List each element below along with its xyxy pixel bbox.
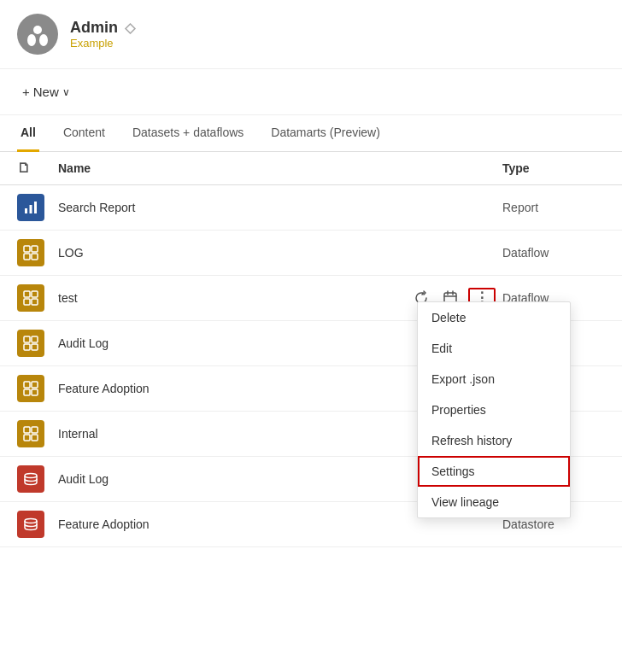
menu-item-properties[interactable]: Properties xyxy=(418,394,570,425)
new-button[interactable]: + New ∨ xyxy=(17,81,75,102)
table-rows: Search Report Report LOG Dataflow test xyxy=(0,185,622,547)
menu-item-view-lineage[interactable]: View lineage xyxy=(418,487,570,517)
table-header: 🗋 Name Type xyxy=(0,152,622,185)
svg-rect-24 xyxy=(32,427,38,433)
col-icon-header: 🗋 xyxy=(17,161,58,176)
dataflow-icon xyxy=(17,284,44,312)
row-icon xyxy=(17,375,58,402)
svg-rect-9 xyxy=(32,254,38,260)
row-icon xyxy=(17,330,58,357)
svg-rect-13 xyxy=(32,299,38,305)
plus-icon: + xyxy=(22,85,30,99)
row-icon xyxy=(17,239,58,266)
diamond-icon: ◇ xyxy=(125,20,135,36)
row-icon xyxy=(17,194,58,221)
svg-rect-12 xyxy=(24,299,30,305)
tab-content[interactable]: Content xyxy=(60,115,109,152)
row-name: LOG xyxy=(58,246,502,260)
col-type-header: Type xyxy=(502,161,605,175)
table-row[interactable]: Search Report Report xyxy=(0,185,622,231)
menu-item-edit[interactable]: Edit xyxy=(418,333,570,364)
dataflow-icon xyxy=(17,420,44,447)
menu-item-settings[interactable]: Settings xyxy=(418,456,570,487)
svg-rect-20 xyxy=(32,382,38,388)
menu-item-refresh-history[interactable]: Refresh history xyxy=(418,425,570,456)
svg-rect-4 xyxy=(30,205,32,213)
tab-all[interactable]: All xyxy=(17,115,39,152)
row-type: Report xyxy=(502,201,605,214)
row-icon xyxy=(17,465,58,493)
dataflow-icon xyxy=(17,239,44,266)
svg-rect-18 xyxy=(32,344,38,350)
svg-rect-6 xyxy=(24,246,30,252)
tab-datasets[interactable]: Datasets + dataflows xyxy=(129,115,247,152)
svg-rect-8 xyxy=(24,254,30,260)
dataflow-icon xyxy=(17,375,44,402)
svg-rect-23 xyxy=(24,427,30,433)
datastore-icon xyxy=(17,465,44,493)
svg-rect-11 xyxy=(32,291,38,297)
header-info: Admin ◇ Example xyxy=(70,19,135,50)
svg-rect-15 xyxy=(24,336,30,342)
svg-rect-7 xyxy=(32,246,38,252)
chevron-down-icon: ∨ xyxy=(62,86,70,98)
svg-point-27 xyxy=(25,474,37,478)
tab-datamarts[interactable]: Datamarts (Preview) xyxy=(267,115,384,152)
svg-point-2 xyxy=(39,34,48,46)
svg-rect-16 xyxy=(32,336,38,342)
header: Admin ◇ Example xyxy=(0,0,622,69)
row-name: test xyxy=(58,291,410,305)
table-row[interactable]: LOG Dataflow xyxy=(0,231,622,276)
svg-rect-10 xyxy=(24,291,30,297)
row-name: Feature Adoption xyxy=(58,517,502,531)
name-header-label: Name xyxy=(58,161,91,175)
svg-rect-25 xyxy=(24,435,30,441)
svg-rect-3 xyxy=(25,208,27,213)
row-type: Dataflow xyxy=(502,246,605,260)
svg-point-28 xyxy=(25,519,37,523)
row-icon xyxy=(17,511,58,538)
svg-rect-26 xyxy=(32,435,38,441)
new-label: New xyxy=(33,85,59,99)
header-title-row: Admin ◇ xyxy=(70,19,135,37)
svg-rect-17 xyxy=(24,344,30,350)
type-header-label: Type xyxy=(502,161,530,175)
report-icon xyxy=(17,194,44,221)
workspace-subtitle[interactable]: Example xyxy=(70,37,135,50)
menu-item-delete[interactable]: Delete xyxy=(418,302,570,333)
svg-point-0 xyxy=(33,26,42,34)
tabs-bar: AllContentDatasets + dataflowsDatamarts … xyxy=(0,115,622,152)
avatar xyxy=(17,14,58,55)
dropdown-menu: DeleteEditExport .jsonPropertiesRefresh … xyxy=(417,301,571,518)
table-container: 🗋 Name Type Search Report Report LOG Dat… xyxy=(0,152,622,547)
row-icon xyxy=(17,284,58,312)
row-name: Search Report xyxy=(58,201,502,214)
menu-item-export-json[interactable]: Export .json xyxy=(418,364,570,394)
page-icon: 🗋 xyxy=(17,161,31,175)
svg-rect-22 xyxy=(32,389,38,395)
workspace-name: Admin xyxy=(70,19,118,37)
row-type: Datastore xyxy=(502,517,605,531)
toolbar: + New ∨ xyxy=(0,69,622,115)
col-name-header: Name xyxy=(58,161,502,175)
dataflow-icon xyxy=(17,330,44,357)
row-icon xyxy=(17,420,58,447)
svg-rect-5 xyxy=(34,202,37,213)
svg-point-1 xyxy=(27,34,36,46)
avatar-icon xyxy=(25,21,50,47)
table-row[interactable]: test ⋮ Dataflow DeleteEditExport .jsonPr… xyxy=(0,276,622,321)
datastore-icon xyxy=(17,511,44,538)
svg-rect-21 xyxy=(24,389,30,395)
svg-rect-19 xyxy=(24,382,30,388)
